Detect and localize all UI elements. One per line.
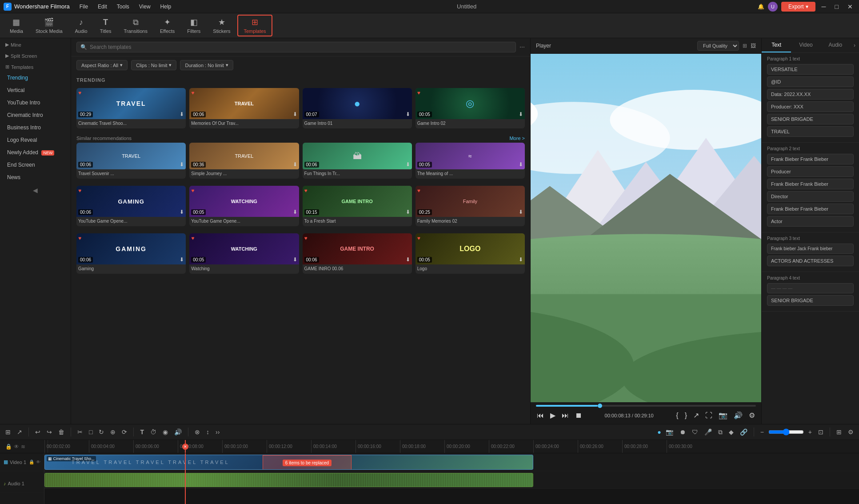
download-icon-4[interactable]: ⬇ xyxy=(519,111,523,117)
sim-download-3[interactable]: ⬇ xyxy=(406,161,410,168)
more-link[interactable]: More > xyxy=(509,136,525,141)
maximize-button[interactable]: □ xyxy=(832,3,841,10)
para-2-field-2[interactable]: Producer xyxy=(767,166,854,177)
sim-card-fun[interactable]: 🏔 00:06 ⬇ Fun Things In Tr... xyxy=(303,143,412,179)
card-yt-game2[interactable]: WATCHING ♥ 00:05 ⬇ YouTube Game Opene... xyxy=(189,186,299,226)
tl-more-tools[interactable]: ›› xyxy=(214,428,221,436)
left-nav-news[interactable]: News xyxy=(0,171,71,184)
para-4-field-2[interactable]: SENIOR BRIGADE xyxy=(767,295,854,306)
tl-overlay[interactable]: ⧉ xyxy=(716,428,724,437)
template-card-gameintro1[interactable]: ● 00:07 ⬇ Game Intro 01 xyxy=(303,88,412,128)
tab-video[interactable]: Video xyxy=(791,38,820,52)
template-card-travel[interactable]: TRAVEL ♥ 00:29 ⬇ Cinematic Travel Shoo..… xyxy=(76,88,186,128)
close-button[interactable]: ✕ xyxy=(845,3,855,10)
left-nav-logo-reveal[interactable]: Logo Reveal xyxy=(0,134,71,146)
dl-family[interactable]: ⬇ xyxy=(519,209,523,215)
play-button[interactable]: ▶ xyxy=(549,410,556,420)
card-yt-game1[interactable]: GAMING ♥ 00:06 ⬇ YouTube Game Opene... xyxy=(76,186,186,226)
tl-settings-tl[interactable]: ⚙ xyxy=(846,428,855,436)
player-icon1[interactable]: ⊞ xyxy=(743,43,747,49)
toolbar-templates[interactable]: ⊞ Templates xyxy=(237,15,272,36)
tl-split[interactable]: ✂ xyxy=(76,428,84,436)
toolbar-transitions[interactable]: ⧉ Transitions xyxy=(119,16,153,36)
card-logo[interactable]: LOGO ♥ 00:05 ⬇ Logo xyxy=(416,233,525,274)
tl-transform[interactable]: ⟳ xyxy=(120,428,129,436)
toolbar-stock-media[interactable]: 🎬 Stock Media xyxy=(30,16,68,36)
para-2-field-4[interactable]: Director xyxy=(767,191,854,202)
para-3-field-2[interactable]: ACTORS AND ACTRESSES xyxy=(767,256,854,266)
left-nav-cinematic-intro[interactable]: Cinematic Intro xyxy=(0,109,71,121)
search-input-wrap[interactable]: 🔍 xyxy=(76,42,516,52)
tl-zoom-out[interactable]: − xyxy=(759,428,766,436)
toolbar-filters[interactable]: ◧ Filters xyxy=(182,16,206,36)
para-4-field-1[interactable]: — — — — xyxy=(767,283,854,293)
para-1-field-4[interactable]: Producer: XXX xyxy=(767,101,854,112)
aspect-ratio-filter[interactable]: Aspect Ratio : All ▾ xyxy=(76,60,128,70)
player-icon2[interactable]: 🖼 xyxy=(751,43,756,49)
card-fresh-start[interactable]: GAME INTRO ♥ 00:15 ⬇ To a Fresh Start xyxy=(303,186,412,226)
tl-voice[interactable]: 🎤 xyxy=(703,428,714,436)
tl-mirror[interactable]: ⊕ xyxy=(108,428,117,436)
card-gaming[interactable]: GAMING ♥ 00:06 ⬇ Gaming xyxy=(76,233,186,274)
menu-help[interactable]: Help xyxy=(156,3,176,11)
left-nav-youtube-intro[interactable]: YouTube Intro xyxy=(0,96,71,109)
dl-logo[interactable]: ⬇ xyxy=(519,256,523,263)
left-nav-business-intro[interactable]: Business Intro xyxy=(0,121,71,134)
dl-yt-game2[interactable]: ⬇ xyxy=(293,209,297,215)
sim-download-1[interactable]: ⬇ xyxy=(180,161,184,168)
extract-button[interactable]: ↗ xyxy=(692,410,700,420)
para-2-field-3[interactable]: Frank Bieber Frank Bieber xyxy=(767,179,854,189)
tl-zoom-in[interactable]: + xyxy=(807,428,814,436)
para-1-field-2[interactable]: @ID xyxy=(767,76,854,87)
download-icon-2[interactable]: ⬇ xyxy=(293,111,297,117)
para-1-field-3[interactable]: Data: 2022.XX.XX xyxy=(767,89,854,100)
tl-redo[interactable]: ↪ xyxy=(45,428,54,436)
card-game-intro[interactable]: GAME INTRO ♥ 00:06 ⬇ GAME INtRO 00.06 xyxy=(303,233,412,274)
minimize-button[interactable]: ─ xyxy=(819,3,829,10)
sim-card-travel[interactable]: TRAVEL 00:06 ⬇ Travel Souvenir ... xyxy=(76,143,186,179)
toolbar-audio[interactable]: ♪ Audio xyxy=(70,16,93,36)
tl-add-media[interactable]: ⊞ xyxy=(4,428,12,436)
tab-more-arrow[interactable]: › xyxy=(850,38,859,52)
sim-download-2[interactable]: ⬇ xyxy=(293,161,297,168)
progress-bar[interactable] xyxy=(536,405,756,407)
tl-record[interactable]: ⏺ xyxy=(678,428,687,436)
collapse-panel-button[interactable]: ◀ xyxy=(0,184,71,197)
dl-fresh[interactable]: ⬇ xyxy=(406,209,410,215)
tab-audio[interactable]: Audio xyxy=(821,38,850,52)
download-icon[interactable]: ⬇ xyxy=(180,111,184,117)
para-2-field-5[interactable]: Frank Bieber Frank Bieber xyxy=(767,204,854,214)
tab-text[interactable]: Text xyxy=(762,38,791,52)
toolbar-stickers[interactable]: ★ Stickers xyxy=(208,16,236,36)
menu-file[interactable]: File xyxy=(75,3,92,11)
left-mine-section[interactable]: ▶ Mine xyxy=(0,38,71,49)
sim-card-journey[interactable]: TRAVEL 00:36 ⬇ Simple Journey ... xyxy=(189,143,299,179)
tl-lock-icon[interactable]: 🔒 xyxy=(5,444,12,450)
left-splitscreen-section[interactable]: ▶ Split Screen xyxy=(0,49,71,60)
tl-rotate[interactable]: ↻ xyxy=(97,428,106,436)
menu-edit[interactable]: Edit xyxy=(93,3,112,11)
snapshot-button[interactable]: 📷 xyxy=(718,410,728,420)
left-nav-end-screen[interactable]: End Screen xyxy=(0,159,71,171)
tl-audio-adj[interactable]: 🔊 xyxy=(172,428,184,436)
tl-layout[interactable]: ⊞ xyxy=(835,428,843,436)
download-icon-3[interactable]: ⬇ xyxy=(406,111,410,117)
tl-shield[interactable]: 🛡 xyxy=(690,428,700,436)
stop-button[interactable]: ⏹ xyxy=(574,411,583,420)
volume-button[interactable]: 🔊 xyxy=(733,410,743,420)
out-point-button[interactable]: } xyxy=(684,411,688,420)
menu-tools[interactable]: Tools xyxy=(112,3,134,11)
left-templates-section[interactable]: ⊞ Templates xyxy=(0,60,71,72)
tl-speed[interactable]: ⏱ xyxy=(148,428,158,436)
settings-player-button[interactable]: ⚙ xyxy=(748,410,756,420)
tl-camera[interactable]: 📷 xyxy=(664,428,675,436)
toolbar-titles[interactable]: T Titles xyxy=(95,16,117,36)
tl-text[interactable]: T xyxy=(138,428,146,436)
tl-audio-clip-main[interactable] xyxy=(44,473,533,487)
card-family[interactable]: Family ♥ 00:25 ⬇ Family Memories 02 xyxy=(416,186,525,226)
in-point-button[interactable]: { xyxy=(675,411,679,420)
account-icon[interactable]: U xyxy=(768,2,778,12)
tl-link[interactable]: 🔗 xyxy=(738,428,749,436)
notif-icon[interactable]: 🔔 xyxy=(758,4,764,10)
tl-color[interactable]: ◉ xyxy=(161,428,170,436)
